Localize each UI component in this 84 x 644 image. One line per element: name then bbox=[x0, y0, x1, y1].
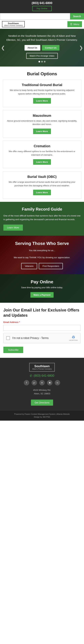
footer-logo: Southlawn Aiken's Premier Cemetery bbox=[29, 363, 55, 372]
get-directions-button[interactable]: Get Directions bbox=[31, 400, 53, 406]
hero-dot-1[interactable] bbox=[38, 61, 40, 62]
burial-card-cremation-title: Cremation bbox=[6, 144, 78, 148]
watch-video-button[interactable]: Watch Pre-Arrange Video bbox=[26, 53, 58, 59]
bottom-text-2: Design by 360 PSG bbox=[34, 416, 50, 418]
burial-options-section: Burial Options Traditional Ground Burial… bbox=[0, 66, 84, 199]
hero-prev-arrow[interactable]: ❮ bbox=[1, 45, 5, 50]
search-button[interactable]: Search bbox=[70, 13, 84, 20]
family-record-desc: One of the most difficult burdens that s… bbox=[3, 214, 81, 221]
family-record-section: Family Record Guide One of the most diff… bbox=[0, 202, 84, 236]
pay-online-title: Pay Online bbox=[3, 279, 81, 284]
burial-card-vault-desc: We offer a large assortment of burial va… bbox=[6, 180, 78, 188]
twitter-x-icon[interactable]: ✕ bbox=[39, 380, 45, 386]
recaptcha-label: I'm not a robot Privacy - Terms bbox=[12, 336, 49, 340]
required-mark: * bbox=[18, 321, 20, 324]
instagram-icon[interactable]: ▣ bbox=[47, 380, 52, 386]
hero-dot-3[interactable] bbox=[44, 61, 46, 62]
burial-card-vault-title: Burial Vault (OBC) bbox=[6, 175, 78, 179]
about-us-button[interactable]: About Us bbox=[24, 45, 40, 50]
menu-button[interactable]: ☰ Menu bbox=[67, 21, 82, 27]
burial-card-traditional: Traditional Ground Burial We strive to k… bbox=[3, 80, 81, 107]
footer-phone[interactable]: ✆ (803) 641-6800 bbox=[3, 374, 81, 378]
burial-card-vault: Burial Vault (OBC) We offer a large asso… bbox=[3, 171, 81, 199]
bottom-bar: Powered by Fission Content Management Sy… bbox=[0, 411, 84, 421]
phone-icon: ✆ bbox=[30, 374, 32, 378]
logo-sub: Aiken's Premier Cemetery bbox=[4, 24, 23, 26]
burial-card-traditional-btn[interactable]: Learn More bbox=[33, 98, 51, 104]
pay-online-section: Pay Online Save time by paying your bill… bbox=[0, 274, 84, 303]
burial-card-mausoleum-desc: Above ground entombment is clean, dry an… bbox=[6, 119, 78, 126]
pay-online-desc: Save time by paying your bills online to… bbox=[3, 286, 81, 289]
burial-options-title: Burial Options bbox=[0, 66, 84, 80]
hero-buttons: About Us Contact Us bbox=[3, 45, 81, 50]
burial-card-traditional-title: Traditional Ground Burial bbox=[6, 83, 78, 87]
recaptcha-widget[interactable]: I'm not a robot Privacy - Terms ♻ reCAPT… bbox=[3, 333, 81, 343]
hero-dots bbox=[3, 61, 81, 62]
burial-card-mausoleum-btn[interactable]: Learn More bbox=[33, 128, 51, 134]
family-record-title: Family Record Guide bbox=[3, 207, 81, 212]
make-payment-button[interactable]: Make a Payment bbox=[30, 292, 53, 298]
hamburger-icon: ☰ bbox=[70, 22, 72, 26]
first-responders-button[interactable]: First Responders bbox=[39, 263, 63, 269]
burial-card-cremation: Cremation We offer many different option… bbox=[3, 141, 81, 168]
bottom-text-1: Powered by Fission Content Management Sy… bbox=[14, 413, 70, 415]
serving-buttons: Veterans First Responders bbox=[3, 263, 81, 269]
top-phone: (803) 641-6800 bbox=[32, 1, 52, 5]
contact-us-button[interactable]: Contact Us bbox=[42, 45, 60, 50]
veterans-button[interactable]: Veterans bbox=[21, 263, 37, 269]
serving-desc1: You risk everything for us... bbox=[3, 249, 81, 252]
recaptcha-checkbox[interactable] bbox=[6, 336, 10, 340]
google-plus-icon[interactable]: g+ bbox=[32, 380, 37, 386]
footer: Southlawn Aiken's Premier Cemetery ✆ (80… bbox=[0, 358, 84, 411]
hero-text: Nestled on the Southside between the cit… bbox=[3, 34, 81, 42]
burial-card-mausoleum: Mausoleum Above ground entombment is cle… bbox=[3, 110, 81, 138]
email-signup-section: Join Our Email List for Exclusive Offers… bbox=[0, 303, 84, 358]
burial-card-mausoleum-title: Mausoleum bbox=[6, 114, 78, 118]
recaptcha-icon: ♻ bbox=[72, 335, 75, 339]
hero-next-arrow[interactable]: ❯ bbox=[79, 45, 83, 50]
hero-section: ❮ Nestled on the Southside between the c… bbox=[0, 29, 84, 66]
serving-section: Serving Those Who Serve You risk everyth… bbox=[0, 236, 84, 274]
burial-card-cremation-desc: We offer many different options to our f… bbox=[6, 150, 78, 157]
top-pay-online-button[interactable]: Pay Online bbox=[32, 6, 52, 11]
menu-label: Menu bbox=[74, 23, 79, 26]
search-input[interactable] bbox=[0, 13, 70, 20]
email-input[interactable] bbox=[3, 325, 81, 331]
burial-card-cremation-btn[interactable]: Learn More bbox=[33, 159, 51, 165]
family-record-btn[interactable]: Learn More bbox=[3, 224, 23, 230]
linkedin-icon[interactable]: in bbox=[55, 380, 60, 386]
email-signup-title: Join Our Email List for Exclusive Offers… bbox=[3, 308, 81, 318]
logo[interactable]: Southlawn Aiken's Premier Cemetery bbox=[2, 21, 25, 27]
logo-name: Southlawn bbox=[8, 22, 19, 24]
footer-social: f g+ ✕ ▣ in bbox=[3, 380, 81, 386]
footer-address: 4524 Whiskey Rd. Aiken, SC 29803 bbox=[3, 388, 81, 396]
subscribe-button[interactable]: Subscribe bbox=[3, 347, 23, 353]
search-bar: Search bbox=[0, 13, 84, 20]
footer-logo-name: Southlawn bbox=[32, 364, 52, 368]
nav-bar: Southlawn Aiken's Premier Cemetery ☰ Men… bbox=[0, 20, 84, 29]
email-label: Email Address * bbox=[3, 321, 81, 324]
facebook-icon[interactable]: f bbox=[24, 380, 29, 386]
footer-logo-sub: Aiken's Premier Cemetery bbox=[32, 368, 52, 370]
hero-dot-2[interactable] bbox=[41, 61, 43, 62]
burial-card-traditional-desc: We strive to keep family and friends tog… bbox=[6, 88, 78, 96]
recaptcha-logo: ♻ reCAPTCHA bbox=[69, 335, 78, 341]
serving-title: Serving Those Who Serve bbox=[3, 241, 81, 246]
serving-desc2: We want to say THANK YOU by showing our … bbox=[3, 256, 81, 260]
top-bar: (803) 641-6800 Pay Online bbox=[0, 0, 84, 13]
burial-card-vault-btn[interactable]: Learn More bbox=[33, 190, 51, 195]
